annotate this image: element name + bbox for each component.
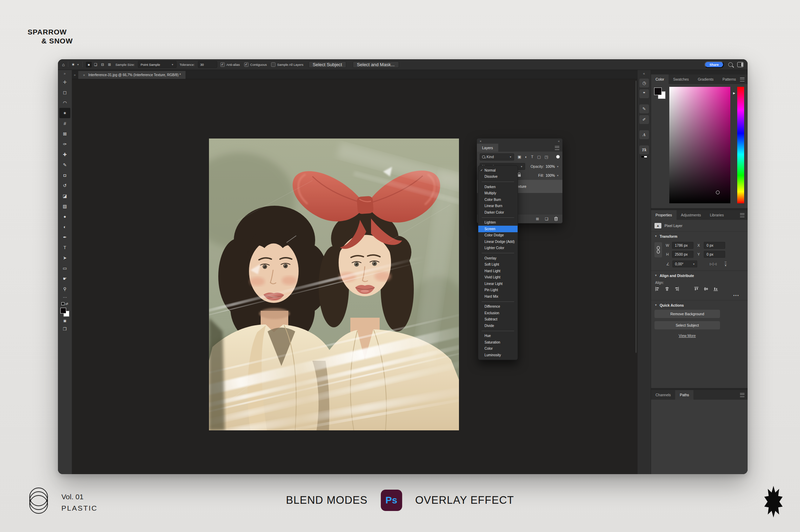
chevron-down-icon[interactable]: ▼ (557, 174, 559, 177)
hand-tool-icon[interactable]: ☛ (59, 273, 70, 284)
filter-type-layers-icon[interactable]: T (531, 155, 533, 159)
fill-value[interactable]: 100% (546, 173, 555, 177)
tab-paths[interactable]: Paths (675, 390, 693, 400)
blend-mode-color-burn[interactable]: Color Burn (478, 196, 518, 203)
color-picker-marker[interactable] (716, 191, 720, 194)
lasso-tool-icon[interactable]: ◠ (59, 98, 70, 108)
panel-menu-icon[interactable] (740, 393, 744, 397)
align-section-header[interactable]: ▼ Align and Distribute (651, 271, 748, 280)
filter-smart-objects-icon[interactable]: ◳ (544, 155, 548, 159)
intersect-selection-icon[interactable]: ⊞ (107, 62, 112, 68)
move-tool-icon[interactable]: ✛ (59, 77, 70, 87)
blend-mode-linear-burn[interactable]: Linear Burn (478, 203, 518, 209)
blend-mode-color-dodge[interactable]: Color Dodge (478, 232, 518, 239)
hue-slider[interactable] (737, 87, 744, 203)
checkbox-anti-alias[interactable]: Anti-alias (220, 62, 240, 67)
filter-shape-layers-icon[interactable]: ▢ (537, 155, 541, 159)
tab-overflow-chevron[interactable]: » (74, 73, 76, 77)
blend-mode-exclusion[interactable]: Exclusion (478, 310, 518, 316)
tolerance-input[interactable]: 30 (198, 61, 217, 68)
foreground-color-swatch[interactable] (654, 88, 662, 95)
new-selection-icon[interactable]: ■ (86, 62, 92, 68)
tab-gradients[interactable]: Gradients (693, 74, 718, 84)
hue-slider-marker[interactable]: ▶ (733, 92, 735, 95)
tab-color[interactable]: Color (651, 74, 669, 84)
blend-mode-dissolve[interactable]: Dissolve (478, 174, 518, 180)
blend-mode-multiply[interactable]: Multiply (478, 190, 518, 197)
character-panel-icon[interactable]: Tk (639, 145, 649, 154)
quick-mask-mode-icon[interactable]: ◙ (63, 317, 66, 325)
new-group-icon[interactable]: ❏ (545, 217, 548, 221)
dodge-tool-icon[interactable]: ◐ (59, 222, 70, 232)
workspace-icon[interactable] (737, 62, 743, 67)
tab-properties[interactable]: Properties (651, 210, 677, 220)
transform-section-header[interactable]: ▼ Transform (651, 232, 748, 241)
search-icon[interactable] (728, 62, 733, 67)
align-top-icon[interactable] (694, 287, 699, 291)
panel-menu-icon[interactable] (740, 78, 744, 81)
color-swatches[interactable] (654, 87, 666, 203)
blend-mode-lighter-color[interactable]: Lighter Color (478, 245, 518, 252)
magic-wand-tool-icon[interactable]: ✶ (59, 108, 70, 118)
chevron-down-icon[interactable]: ▼ (77, 63, 79, 66)
toolbar-overflow-chevron[interactable]: » (64, 70, 66, 77)
saturation-brightness-field[interactable] (669, 87, 730, 203)
blend-mode-vivid-light[interactable]: Vivid Light (478, 274, 518, 281)
edit-toolbar-icon[interactable]: ⋯ (63, 294, 67, 301)
history-brush-tool-icon[interactable]: ↺ (59, 180, 70, 191)
panel-menu-icon[interactable] (555, 146, 559, 150)
height-input[interactable]: 2500 px (672, 251, 693, 258)
blend-mode-hard-light[interactable]: Hard Light (478, 268, 518, 274)
blend-mode-lighten[interactable]: Lighten (478, 219, 518, 226)
filter-toggle-icon[interactable] (556, 155, 560, 158)
frame-tool-icon[interactable]: ⊠ (59, 129, 70, 139)
document-tab[interactable]: × Interference-31.jpg @ 66,7% (Interfere… (78, 71, 186, 79)
tab-libraries[interactable]: Libraries (706, 210, 728, 220)
checkbox-box[interactable] (220, 62, 225, 67)
flip-horizontal-icon[interactable]: ▷❘◁ (710, 262, 716, 266)
blend-mode-normal[interactable]: ✓Normal (478, 167, 518, 174)
quick-actions-header[interactable]: ▼ Quick Actions (651, 300, 748, 310)
healing-brush-tool-icon[interactable]: ✚ (59, 149, 70, 160)
select-subject-button[interactable]: Select Subject (309, 61, 346, 68)
layer-filter-select[interactable]: Kind ▼ (480, 153, 514, 161)
blend-mode-overlay[interactable]: Overlay (478, 255, 518, 262)
align-center-horizontal-icon[interactable] (665, 287, 669, 291)
chevron-down-icon[interactable]: ▼ (557, 165, 559, 168)
blend-mode-screen[interactable]: Screen (478, 226, 518, 232)
rectangular-marquee-tool-icon[interactable]: ◻ (59, 87, 70, 98)
pen-tool-icon[interactable]: ✒ (59, 232, 70, 242)
zoom-tool-icon[interactable]: ⚲ (59, 284, 70, 294)
blend-mode-linear-light[interactable]: Linear Light (478, 280, 518, 287)
foreground-color-swatch[interactable] (60, 308, 66, 314)
blur-tool-icon[interactable]: ● (59, 211, 70, 222)
opacity-value[interactable]: 100% (546, 164, 555, 168)
y-input[interactable]: 0 px (704, 251, 725, 258)
new-layer-icon[interactable]: ⊞ (536, 217, 539, 221)
tab-swatches[interactable]: Swatches (669, 74, 693, 84)
blend-mode-pin-light[interactable]: Pin Light (478, 287, 518, 294)
lock-icon[interactable] (518, 174, 521, 177)
type-tool-icon[interactable]: T (59, 242, 70, 253)
eyedropper-tool-icon[interactable]: ✑ (59, 139, 70, 149)
eraser-tool-icon[interactable]: ◪ (59, 191, 70, 201)
blend-mode-color[interactable]: Color (478, 346, 518, 352)
close-icon[interactable]: × (83, 73, 85, 77)
blend-mode-soft-light[interactable]: Soft Light (478, 262, 518, 268)
panel-menu-icon[interactable] (740, 213, 744, 217)
crop-tool-icon[interactable]: # (59, 118, 70, 129)
blend-mode-linear-dodge-add[interactable]: Linear Dodge (Add) (478, 238, 518, 245)
align-bottom-icon[interactable] (713, 287, 718, 291)
blend-mode-divide[interactable]: Divide (478, 323, 518, 329)
tab-adjustments[interactable]: Adjustments (677, 210, 706, 220)
align-left-icon[interactable] (655, 287, 660, 291)
tab-channels[interactable]: Channels (651, 390, 675, 400)
history-panel-icon[interactable]: ◷ (639, 79, 649, 88)
blend-mode-subtract[interactable]: Subtract (478, 316, 518, 323)
blend-mode-darker-color[interactable]: Darker Color (478, 209, 518, 216)
add-to-selection-icon[interactable]: ❏ (93, 62, 99, 68)
close-icon[interactable]: × (480, 140, 481, 143)
blend-mode-hue[interactable]: Hue (478, 333, 518, 339)
blend-mode-saturation[interactable]: Saturation (478, 339, 518, 346)
clone-stamp-tool-icon[interactable]: ◘ (59, 170, 70, 180)
